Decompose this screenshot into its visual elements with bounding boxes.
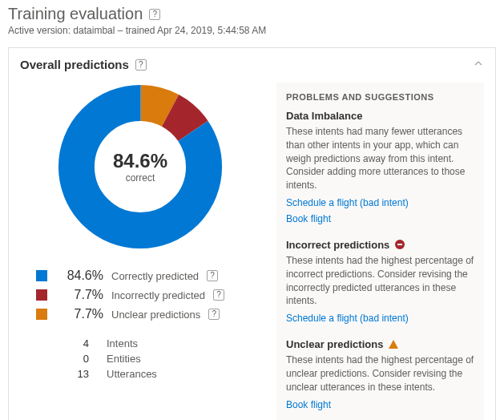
page-title: Training evaluation (8, 5, 143, 23)
error-icon (394, 239, 405, 250)
suggestion-link[interactable]: Book flight (286, 213, 474, 224)
suggestion-link[interactable]: Book flight (286, 399, 474, 410)
problem-description: These intents had the highest percentage… (286, 254, 474, 308)
legend-value: 84.6% (55, 269, 103, 283)
legend-value: 7.7% (55, 307, 103, 321)
legend-label: Unclear predictions (111, 309, 200, 321)
legend-value: 7.7% (55, 288, 103, 302)
problem-description: These intents had the highest percentage… (286, 353, 474, 394)
counts: 4 Intents 0 Entities 13 Utterances (20, 337, 260, 383)
legend-item: 7.7% Incorrectly predicted ? (36, 288, 260, 302)
problems-header: PROBLEMS AND SUGGESTIONS (286, 92, 474, 102)
count-label: Intents (107, 337, 138, 349)
problem-title: Unclear predictions (286, 338, 383, 350)
problem-item: Unclear predictions These intents had th… (286, 338, 474, 410)
count-value: 13 (36, 368, 107, 380)
help-icon[interactable]: ? (207, 270, 218, 281)
legend-label: Incorrectly predicted (111, 289, 205, 301)
swatch-icon (36, 309, 47, 320)
donut-center-label: correct (113, 172, 167, 184)
overall-predictions-card: Overall predictions ? 84.6% (8, 47, 496, 420)
help-icon[interactable]: ? (213, 289, 224, 301)
problem-item: Data Imbalance These intents had many fe… (286, 110, 474, 224)
legend-label: Correctly predicted (111, 270, 199, 282)
legend: 84.6% Correctly predicted ? 7.7% Incorre… (20, 269, 260, 326)
count-label: Utterances (107, 368, 157, 380)
problems-panel: PROBLEMS AND SUGGESTIONS Data Imbalance … (276, 83, 484, 420)
count-value: 0 (36, 353, 107, 365)
count-row: 0 Entities (36, 353, 260, 365)
help-icon[interactable]: ? (208, 309, 220, 320)
problem-item: Incorrect predictions These intents had … (286, 239, 474, 324)
swatch-icon (36, 289, 47, 301)
predictions-donut-chart: 84.6% correct (56, 83, 224, 251)
suggestion-link[interactable]: Schedule a flight (bad intent) (286, 313, 474, 324)
count-value: 4 (36, 337, 107, 349)
svg-rect-4 (397, 244, 402, 245)
active-version-label: Active version: dataimbal – trained Apr … (8, 25, 496, 36)
problem-title: Incorrect predictions (286, 239, 389, 251)
collapse-chevron-icon[interactable] (473, 58, 484, 71)
problem-description: These intents had many fewer utterances … (286, 125, 474, 192)
warning-icon (388, 339, 399, 350)
suggestion-link[interactable]: Schedule a flight (bad intent) (286, 197, 474, 208)
problem-title: Data Imbalance (286, 110, 362, 122)
count-row: 13 Utterances (36, 368, 260, 380)
help-icon[interactable]: ? (149, 9, 160, 20)
donut-center-value: 84.6% (113, 150, 167, 172)
legend-item: 84.6% Correctly predicted ? (36, 269, 260, 283)
swatch-icon (36, 270, 47, 281)
legend-item: 7.7% Unclear predictions ? (36, 307, 260, 321)
card-title: Overall predictions (20, 58, 129, 71)
help-icon[interactable]: ? (135, 59, 147, 71)
count-label: Entities (107, 353, 141, 365)
count-row: 4 Intents (36, 337, 260, 349)
